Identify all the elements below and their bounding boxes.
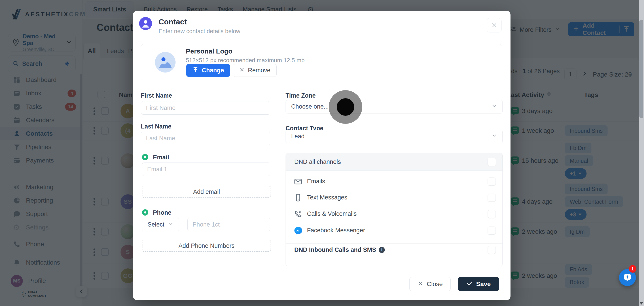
dnd-inbound-checkbox[interactable] [488, 246, 496, 254]
modal-save-button[interactable]: Save [458, 277, 499, 291]
chat-unread-badge: 1 [629, 265, 636, 273]
dnd-channel-checkbox[interactable] [488, 177, 496, 186]
contact-modal: Contact Enter new contact details below … [133, 11, 510, 300]
dnd-channel-label: Text Messages [307, 194, 347, 201]
phone-field[interactable] [188, 218, 270, 231]
dnd-channel-label: Calls & Voicemails [307, 210, 357, 217]
email-label: Email [153, 154, 169, 161]
first-name-label: First Name [141, 92, 172, 99]
last-name-label: Last Name [141, 123, 172, 130]
change-logo-button[interactable]: Change [186, 64, 230, 77]
info-icon[interactable]: i [379, 247, 385, 253]
personal-logo-card: Personal Logo 512×512 px recommended max… [141, 44, 502, 80]
dnd-channel-checkbox[interactable] [488, 226, 496, 235]
dnd-all-checkbox[interactable] [488, 158, 496, 166]
chevron-down-icon [491, 103, 497, 110]
dnd-channel-checkbox[interactable] [488, 194, 496, 202]
phone-label: Phone [153, 209, 172, 216]
personal-logo-title: Personal Logo [186, 48, 232, 55]
dnd-channel-checkbox[interactable] [488, 210, 496, 218]
modal-title: Contact [158, 18, 187, 26]
dnd-header: DND all channels [286, 153, 502, 171]
dnd-channel-label: Emails [307, 178, 325, 185]
add-email-button[interactable]: Add email [142, 186, 271, 198]
close-icon [239, 67, 245, 74]
app-root: AESTHETIXCRM Demo - Med Spa Greenville, … [0, 0, 644, 306]
sms-icon [294, 193, 302, 202]
call-icon [294, 209, 302, 218]
chevron-down-icon [168, 221, 174, 228]
phone-radio[interactable] [142, 209, 148, 216]
add-phone-button[interactable]: Add Phone Numbers [142, 240, 271, 252]
personal-logo-hint: 512×512 px recommended maximum 12.5 mb [186, 57, 304, 64]
messenger-icon [294, 226, 302, 235]
remove-logo-button[interactable]: Remove [233, 64, 276, 77]
contact-type-select[interactable]: Lead [286, 130, 503, 143]
time-zone-label: Time Zone [286, 92, 316, 99]
upload-icon [192, 67, 198, 74]
personal-logo-placeholder [155, 52, 176, 73]
contact-avatar-icon [139, 17, 152, 30]
form-column-divider [278, 91, 278, 266]
page-scrollbar[interactable] [639, 0, 644, 306]
last-name-field[interactable] [141, 132, 270, 145]
dnd-card: DND all channels EmailsText MessagesCall… [286, 153, 503, 266]
email-radio[interactable] [142, 154, 148, 160]
modal-subtitle: Enter new contact details below [158, 28, 240, 35]
modal-header-divider [133, 40, 510, 40]
dnd-channel-label: Facebook Messenger [307, 227, 365, 234]
dnd-inbound-label: DND Inbound Calls and SMS i [294, 246, 385, 253]
modal-close-button[interactable]: Close [410, 277, 450, 291]
first-name-field[interactable] [141, 101, 270, 115]
click-indicator [337, 98, 354, 116]
time-zone-select[interactable]: Choose one... [286, 100, 503, 114]
email-field[interactable] [142, 163, 270, 176]
phone-country-select[interactable]: Select [142, 218, 179, 231]
dnd-divider [286, 243, 502, 243]
scrollbar-down-arrow[interactable] [640, 302, 643, 305]
chevron-down-icon [491, 133, 497, 140]
close-icon [417, 280, 424, 288]
dnd-header-label: DND all channels [294, 158, 341, 165]
scrollbar-thumb[interactable] [639, 20, 643, 118]
close-icon[interactable] [487, 18, 502, 33]
mail-icon [294, 177, 302, 186]
check-icon [466, 280, 473, 288]
